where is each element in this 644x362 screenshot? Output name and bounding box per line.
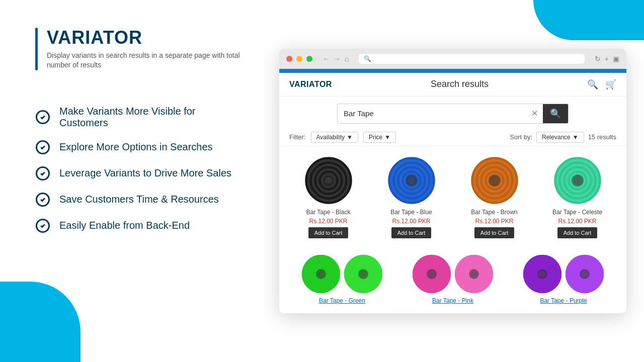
brand-subtitle: Display variants in search results in a … — [47, 51, 247, 70]
product-image[interactable] — [552, 155, 603, 206]
availability-label: Availability — [316, 134, 345, 141]
results-count: 15 results — [588, 133, 616, 141]
sort-value: Relevance — [542, 134, 571, 141]
home-icon[interactable]: ⌂ — [345, 55, 349, 63]
price-chevron: ▼ — [384, 134, 390, 141]
browser-dot-maximize[interactable] — [306, 56, 312, 62]
shop-cart-icon[interactable]: 🛒 — [605, 79, 616, 90]
browser-dot-minimize[interactable] — [296, 56, 302, 62]
add-to-cart-button[interactable]: Add to Cart — [474, 227, 515, 238]
product-name-link[interactable]: Bar Tape - Purple — [540, 297, 587, 304]
svg-point-114 — [582, 271, 588, 277]
shop-header: VARIATOR Search results 🔍 🛒 — [279, 73, 626, 97]
product-name-link[interactable]: Bar Tape - Green — [319, 297, 365, 304]
svg-point-81 — [429, 271, 435, 277]
product-image[interactable] — [303, 155, 354, 206]
feature-item-leverage: Leverage Variants to Drive More Sales — [35, 166, 247, 181]
svg-point-103 — [539, 271, 545, 277]
shop-page-title: Search results — [332, 79, 587, 89]
product-name: Bar Tape - Celeste — [552, 209, 602, 217]
shop-content: VARIATOR Search results 🔍 🛒 ✕ 🔍 — [279, 73, 626, 314]
checkmark-icon — [35, 218, 50, 233]
svg-point-59 — [318, 271, 324, 277]
forward-icon[interactable]: → — [334, 55, 341, 63]
product-card-wide: Bar Tape - Green — [287, 250, 397, 308]
search-icon-small: 🔍 — [364, 55, 371, 62]
checkmark-icon — [35, 166, 50, 181]
browser-url-bar[interactable]: 🔍 — [359, 54, 584, 64]
brand-header: VARIATOR Display variants in search resu… — [35, 28, 247, 70]
search-bar: ✕ 🔍 — [337, 104, 569, 124]
checkmark-icon — [35, 192, 50, 207]
sort-chevron: ▼ — [573, 134, 579, 141]
reload-icon[interactable]: ↻ — [595, 55, 601, 63]
feature-item-explore: Explore More Options in Searches — [35, 140, 247, 155]
checkmark-icon — [35, 140, 50, 155]
price-filter[interactable]: Price ▼ — [363, 132, 396, 143]
feature-item-visibility: Make Variants More Visible for Customers — [35, 106, 247, 129]
product-image-pair[interactable] — [522, 254, 605, 294]
add-to-cart-button[interactable]: Add to Cart — [308, 227, 349, 238]
product-card-wide: Bar Tape - Purple — [508, 250, 619, 308]
product-image-pair[interactable] — [412, 254, 494, 294]
browser-tab-bar — [279, 69, 626, 73]
features-list: Make Variants More Visible for Customers… — [35, 106, 247, 233]
product-name: Bar Tape - Black — [306, 209, 351, 217]
availability-chevron: ▼ — [347, 134, 353, 141]
brand-title: VARIATOR — [47, 28, 247, 48]
svg-point-26 — [408, 177, 415, 184]
feature-label: Explore More Options in Searches — [59, 141, 213, 153]
svg-point-37 — [491, 177, 498, 184]
product-name-link[interactable]: Bar Tape - Pink — [432, 297, 473, 304]
product-card: Bar Tape - Black Rs.12.00 PKR Add to Car… — [287, 151, 370, 243]
shop-logo: VARIATOR — [289, 80, 332, 89]
search-bar-row: ✕ 🔍 — [279, 97, 626, 129]
product-name: Bar Tape - Brown — [471, 209, 518, 217]
svg-point-70 — [360, 271, 366, 277]
product-card: Bar Tape - Brown Rs.12.00 PKR Add to Car… — [453, 151, 536, 243]
product-price: Rs.12.00 PKR — [475, 218, 513, 225]
browser-dot-close[interactable] — [286, 56, 292, 62]
product-image[interactable] — [386, 155, 437, 206]
feature-label: Easily Enable from Back-End — [59, 220, 190, 231]
browser-titlebar: ← → ⌂ 🔍 ↻ + ▣ — [279, 49, 626, 69]
product-grid-row2: Bar Tape - Green Bar Tape - Pink — [279, 247, 626, 313]
product-price: Rs.12.00 PKR — [392, 218, 430, 225]
product-name: Bar Tape - Blue — [390, 209, 432, 217]
browser-window: ← → ⌂ 🔍 ↻ + ▣ VARIATOR Sear — [279, 49, 626, 314]
feature-label: Make Variants More Visible for Customers — [59, 106, 247, 129]
browser-nav-controls: ← → ⌂ — [323, 55, 349, 63]
product-image[interactable] — [469, 155, 520, 206]
availability-filter[interactable]: Availability ▼ — [311, 132, 358, 143]
shop-header-icons: 🔍 🛒 — [587, 79, 616, 90]
right-panel: ← → ⌂ 🔍 ↻ + ▣ VARIATOR Sear — [272, 0, 644, 362]
tabs-icon[interactable]: ▣ — [613, 55, 619, 63]
svg-point-48 — [574, 177, 581, 184]
feature-item-save-time: Save Customers Time & Resources — [35, 192, 247, 207]
add-to-cart-button[interactable]: Add to Cart — [557, 227, 598, 238]
sort-select[interactable]: Relevance ▼ — [536, 132, 584, 143]
sort-section: Sort by: Relevance ▼ 15 results — [510, 132, 616, 143]
feature-item-enable: Easily Enable from Back-End — [35, 218, 247, 233]
feature-label: Save Customers Time & Resources — [59, 194, 219, 205]
search-input[interactable] — [338, 105, 526, 122]
browser-actions: ↻ + ▣ — [595, 55, 619, 63]
filter-label: Filter: — [289, 133, 306, 141]
price-label: Price — [369, 134, 382, 141]
product-image-pair[interactable] — [301, 254, 383, 294]
left-panel: VARIATOR Display variants in search resu… — [0, 0, 272, 362]
product-card-wide: Bar Tape - Pink — [397, 250, 508, 308]
new-tab-icon[interactable]: + — [605, 55, 609, 63]
svg-point-15 — [325, 177, 332, 184]
back-icon[interactable]: ← — [323, 55, 330, 63]
svg-point-92 — [471, 271, 477, 277]
add-to-cart-button[interactable]: Add to Cart — [391, 227, 432, 238]
product-card: Bar Tape - Blue Rs.12.00 PKR Add to Cart — [370, 151, 453, 243]
product-card: Bar Tape - Celeste Rs.12.00 PKR Add to C… — [536, 151, 619, 243]
brand-bar — [35, 28, 38, 70]
product-price: Rs.12.00 PKR — [309, 218, 347, 225]
search-clear-button[interactable]: ✕ — [526, 109, 543, 118]
shop-search-icon[interactable]: 🔍 — [587, 79, 598, 90]
brand-text-block: VARIATOR Display variants in search resu… — [47, 28, 247, 70]
search-submit-button[interactable]: 🔍 — [543, 104, 568, 123]
